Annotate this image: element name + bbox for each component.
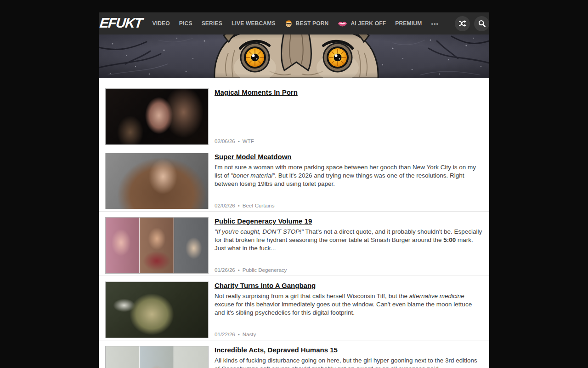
meta-bullet: • — [238, 138, 240, 144]
video-category[interactable]: Beef Curtains — [243, 203, 275, 208]
video-thumbnail[interactable] — [105, 217, 209, 274]
nav-ai-jerk-off[interactable]: AI JERK OFF — [338, 20, 386, 27]
video-meta: 02/06/26 • WTF — [215, 138, 483, 145]
video-description: I'm not sure a woman with more parking s… — [215, 163, 483, 188]
video-info: Public Degeneracy Volume 19 "If you're c… — [215, 217, 483, 274]
video-meta: 01/26/26 • Public Degeneracy — [215, 267, 483, 274]
video-date: 02/02/26 — [215, 203, 235, 208]
video-title[interactable]: Public Degeneracy Volume 19 — [215, 217, 483, 225]
meta-bullet: • — [238, 267, 240, 273]
lips-icon — [338, 21, 347, 27]
video-feed: Magical Moments In Porn 02/06/26 • WTF S… — [99, 78, 489, 368]
nav-premium[interactable]: PREMIUM — [395, 20, 422, 27]
video-thumbnail[interactable] — [105, 88, 209, 145]
video-meta: 01/22/26 • Nasty — [215, 332, 483, 338]
video-title[interactable]: Incredible Acts, Depraved Humans 15 — [215, 346, 483, 354]
top-navigation: EFUKT VIDEO PICS SERIES LIVE WEBCAMS — [99, 12, 489, 34]
video-info: Incredible Acts, Depraved Humans 15 All … — [215, 346, 483, 368]
video-description: Not really surprising from a girl that c… — [215, 292, 483, 317]
nav-live-webcams[interactable]: LIVE WEBCAMS — [232, 20, 276, 27]
video-info: Magical Moments In Porn 02/06/26 • WTF — [215, 88, 483, 145]
video-description: "If you're caught, DON'T STOP!" That's n… — [215, 228, 483, 253]
video-category[interactable]: Public Degeneracy — [243, 267, 287, 273]
video-list-item: Magical Moments In Porn 02/06/26 • WTF — [99, 83, 489, 147]
video-title[interactable]: Magical Moments In Porn — [215, 88, 483, 96]
nav-series[interactable]: SERIES — [202, 20, 222, 27]
main-nav: VIDEO PICS SERIES LIVE WEBCAMS BEST PORN — [148, 12, 444, 34]
page: EFUKT VIDEO PICS SERIES LIVE WEBCAMS — [0, 0, 588, 368]
search-icon — [478, 20, 486, 27]
nav-best-porn[interactable]: BEST PORN — [285, 20, 329, 28]
video-list-item: Charity Turns Into A Gangbang Not really… — [99, 276, 489, 340]
nav-best-porn-label: BEST PORN — [296, 20, 329, 27]
video-list-item: Super Model Meatdown I'm not sure a woma… — [99, 147, 489, 212]
search-button[interactable] — [474, 16, 489, 31]
owl-eyes-illustration — [99, 34, 489, 78]
fapper-face-icon — [285, 20, 293, 28]
video-title[interactable]: Charity Turns Into A Gangbang — [215, 282, 483, 289]
video-meta: 02/02/26 • Beef Curtains — [215, 203, 483, 209]
video-date: 01/26/26 — [215, 267, 235, 273]
video-list-item: Public Degeneracy Volume 19 "If you're c… — [99, 212, 489, 276]
more-menu-button[interactable]: ••• — [431, 20, 439, 27]
nav-pics[interactable]: PICS — [179, 20, 192, 27]
video-thumbnail[interactable] — [105, 282, 209, 338]
nav-actions — [455, 16, 489, 31]
meta-bullet: • — [238, 332, 240, 337]
video-title[interactable]: Super Model Meatdown — [215, 153, 483, 161]
video-info: Charity Turns Into A Gangbang Not really… — [215, 282, 483, 338]
meta-bullet: • — [238, 203, 240, 208]
video-thumbnail[interactable] — [105, 153, 209, 209]
shuffle-button[interactable] — [455, 16, 470, 31]
shuffle-icon — [458, 20, 466, 27]
video-description: All kinds of fucking disturbance going o… — [215, 356, 483, 368]
video-info: Super Model Meatdown I'm not sure a woma… — [215, 153, 483, 209]
site-logo[interactable]: EFUKT — [99, 15, 143, 31]
video-category[interactable]: Nasty — [243, 332, 256, 337]
video-date: 01/22/26 — [215, 332, 235, 337]
owl-banner[interactable] — [99, 34, 489, 78]
video-thumbnail[interactable] — [105, 346, 209, 368]
nav-video[interactable]: VIDEO — [153, 20, 170, 27]
video-list-item: Incredible Acts, Depraved Humans 15 All … — [99, 340, 489, 368]
nav-ai-jerk-off-label: AI JERK OFF — [351, 20, 386, 27]
video-date: 02/06/26 — [215, 138, 235, 144]
video-category[interactable]: WTF — [243, 138, 254, 144]
layout-column: EFUKT VIDEO PICS SERIES LIVE WEBCAMS — [99, 12, 489, 368]
